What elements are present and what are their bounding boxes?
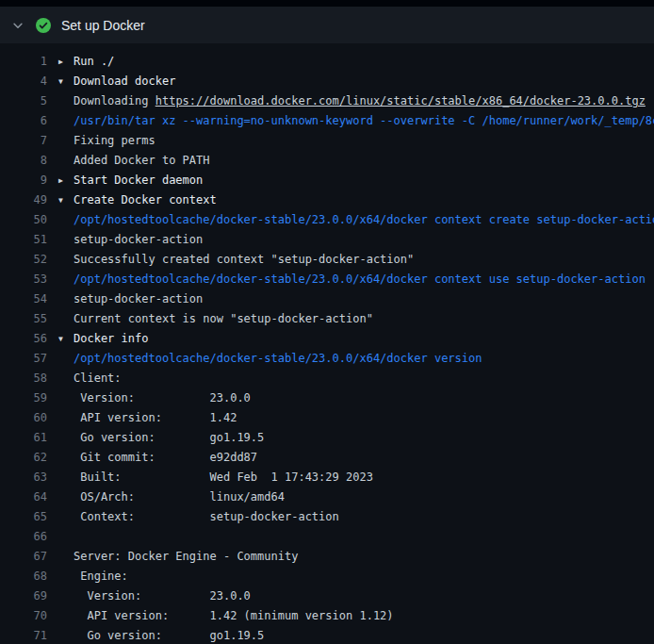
log-line: 69 Version: 23.0.0 — [0, 586, 654, 606]
line-number[interactable]: 64 — [0, 487, 47, 507]
chevron-down-icon[interactable] — [11, 19, 25, 32]
line-text: ▼Download docker — [47, 72, 654, 91]
group-chevron-collapsed-icon[interactable]: ▶ — [58, 171, 69, 190]
line-number[interactable]: 1 — [0, 52, 47, 72]
line-number[interactable]: 53 — [0, 270, 47, 289]
line-text: Downloading https://download.docker.com/… — [47, 91, 654, 111]
line-number[interactable]: 61 — [0, 428, 47, 448]
log-line[interactable]: 1 ▶Run ./ — [0, 52, 654, 72]
line-text: Successfully created context "setup-dock… — [47, 250, 654, 270]
log-line: 50 /opt/hostedtoolcache/docker-stable/23… — [0, 210, 654, 230]
line-text: Current context is now "setup-docker-act… — [47, 309, 654, 329]
log-line: 7 Fixing perms — [0, 131, 654, 151]
log-line: 5 Downloading https://download.docker.co… — [0, 91, 654, 111]
line-text — [47, 527, 654, 547]
line-text: Version: 23.0.0 — [47, 586, 654, 606]
line-text: setup-docker-action — [47, 289, 654, 309]
log-line: 6 /usr/bin/tar xz --warning=no-unknown-k… — [0, 111, 654, 131]
log-line: 55 Current context is now "setup-docker-… — [0, 309, 654, 329]
line-text: Engine: — [47, 567, 654, 586]
line-number[interactable]: 50 — [0, 210, 47, 230]
group-chevron-collapsed-icon[interactable]: ▶ — [58, 52, 69, 72]
log-line: 58 Client: — [0, 369, 654, 388]
log-line: 70 API version: 1.42 (minimum version 1.… — [0, 606, 654, 626]
top-strip — [0, 0, 654, 7]
log-url-link[interactable]: https://download.docker.com/linux/static… — [155, 94, 646, 107]
log-line: 68 Engine: — [0, 567, 654, 586]
line-number[interactable]: 57 — [0, 349, 47, 369]
line-number[interactable]: 52 — [0, 250, 47, 270]
line-number[interactable]: 62 — [0, 448, 47, 468]
line-text: ▶Run ./ — [47, 52, 654, 72]
group-chevron-expanded-icon[interactable]: ▼ — [58, 190, 69, 210]
line-number[interactable]: 60 — [0, 408, 47, 428]
log-line: 59 Version: 23.0.0 — [0, 388, 654, 408]
line-text: Server: Docker Engine - Community — [47, 547, 654, 567]
group-chevron-expanded-icon[interactable]: ▼ — [58, 329, 69, 349]
line-text: ▶Start Docker daemon — [47, 171, 654, 190]
line-text: setup-docker-action — [47, 230, 654, 250]
step-header[interactable]: Set up Docker — [0, 7, 654, 43]
line-number[interactable]: 8 — [0, 151, 47, 171]
line-number[interactable]: 66 — [0, 527, 47, 547]
line-number[interactable]: 69 — [0, 586, 47, 606]
line-number[interactable]: 59 — [0, 388, 47, 408]
log-line: 61 Go version: go1.19.5 — [0, 428, 654, 448]
log-line[interactable]: 56 ▼Docker info — [0, 329, 654, 349]
line-text: ▼Create Docker context — [47, 190, 654, 210]
log-line: 60 API version: 1.42 — [0, 408, 654, 428]
line-text: /opt/hostedtoolcache/docker-stable/23.0.… — [47, 270, 654, 289]
line-number[interactable]: 6 — [0, 111, 47, 131]
line-number[interactable]: 49 — [0, 190, 47, 210]
log-line[interactable]: 4 ▼Download docker — [0, 72, 654, 91]
line-number[interactable]: 68 — [0, 567, 47, 586]
log-line: 71 Go version: go1.19.5 — [0, 626, 654, 644]
line-number[interactable]: 55 — [0, 309, 47, 329]
step-title: Set up Docker — [61, 18, 145, 33]
success-check-icon — [36, 18, 51, 33]
line-text: /usr/bin/tar xz --warning=no-unknown-key… — [47, 111, 654, 131]
line-number[interactable]: 5 — [0, 91, 47, 111]
line-number[interactable]: 56 — [0, 329, 47, 349]
log-lines: 1 ▶Run ./ 4 ▼Download docker 5 Downloadi… — [0, 43, 654, 644]
line-text: OS/Arch: linux/amd64 — [47, 487, 654, 507]
line-number[interactable]: 58 — [0, 369, 47, 388]
line-number[interactable]: 70 — [0, 606, 47, 626]
line-text: ▼Docker info — [47, 329, 654, 349]
line-text: Fixing perms — [47, 131, 654, 151]
log-line[interactable]: 9 ▶Start Docker daemon — [0, 171, 654, 190]
line-number[interactable]: 54 — [0, 289, 47, 309]
log-line: 8 Added Docker to PATH — [0, 151, 654, 171]
log-viewer: Set up Docker 1 ▶Run ./ 4 ▼Download dock… — [0, 0, 654, 644]
line-text: Go version: go1.19.5 — [47, 428, 654, 448]
log-line: 51 setup-docker-action — [0, 230, 654, 250]
log-line: 67 Server: Docker Engine - Community — [0, 547, 654, 567]
line-text: Go version: go1.19.5 — [47, 626, 654, 644]
line-number[interactable]: 71 — [0, 626, 47, 644]
line-text: API version: 1.42 (minimum version 1.12) — [47, 606, 654, 626]
line-number[interactable]: 63 — [0, 468, 47, 487]
line-number[interactable]: 9 — [0, 171, 47, 190]
log-line: 57 /opt/hostedtoolcache/docker-stable/23… — [0, 349, 654, 369]
line-text: /opt/hostedtoolcache/docker-stable/23.0.… — [47, 210, 654, 230]
log-line[interactable]: 49 ▼Create Docker context — [0, 190, 654, 210]
log-line: 65 Context: setup-docker-action — [0, 507, 654, 527]
log-line: 62 Git commit: e92dd87 — [0, 448, 654, 468]
log-line: 52 Successfully created context "setup-d… — [0, 250, 654, 270]
line-text: Client: — [47, 369, 654, 388]
log-line: 54 setup-docker-action — [0, 289, 654, 309]
line-number[interactable]: 7 — [0, 131, 47, 151]
line-text: Added Docker to PATH — [47, 151, 654, 171]
line-number[interactable]: 51 — [0, 230, 47, 250]
log-line: 53 /opt/hostedtoolcache/docker-stable/23… — [0, 270, 654, 289]
line-text: Built: Wed Feb 1 17:43:29 2023 — [47, 468, 654, 487]
line-number[interactable]: 4 — [0, 72, 47, 91]
log-line: 64 OS/Arch: linux/amd64 — [0, 487, 654, 507]
line-number[interactable]: 65 — [0, 507, 47, 527]
line-text: Git commit: e92dd87 — [47, 448, 654, 468]
group-chevron-expanded-icon[interactable]: ▼ — [58, 72, 69, 91]
line-text: Context: setup-docker-action — [47, 507, 654, 527]
line-number[interactable]: 67 — [0, 547, 47, 567]
line-text: API version: 1.42 — [47, 408, 654, 428]
log-line: 63 Built: Wed Feb 1 17:43:29 2023 — [0, 468, 654, 487]
